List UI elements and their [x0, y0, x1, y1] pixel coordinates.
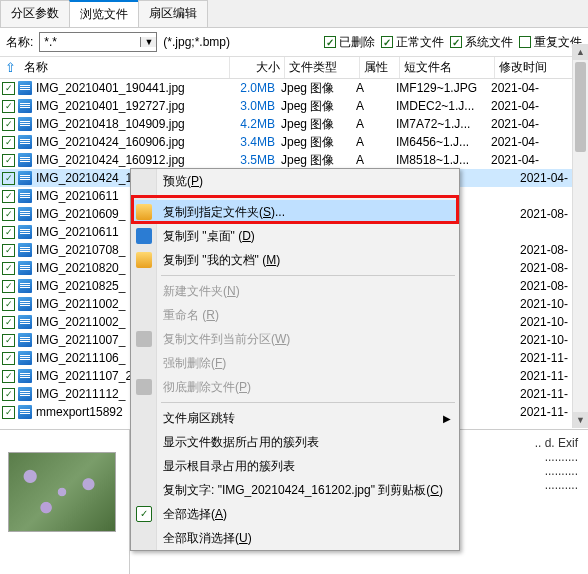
- file-size: 3.0MB: [226, 99, 281, 113]
- row-checkbox[interactable]: ✓: [2, 262, 15, 275]
- file-name: IMG_20210401_190441.jpg: [36, 81, 226, 95]
- row-checkbox[interactable]: ✓: [2, 118, 15, 131]
- col-short[interactable]: 短文件名: [400, 57, 495, 78]
- row-checkbox[interactable]: ✓: [2, 244, 15, 257]
- scrollbar-thumb[interactable]: [575, 62, 586, 152]
- ctx-deselect-all[interactable]: 全部取消选择(U): [131, 526, 459, 550]
- file-size: 2.0MB: [226, 81, 281, 95]
- ctx-force-delete: 强制删除(F): [131, 351, 459, 375]
- row-checkbox[interactable]: ✓: [2, 208, 15, 221]
- file-attr: A: [356, 135, 396, 149]
- image-file-icon: [18, 351, 32, 365]
- tab-bar: 分区参数 浏览文件 扇区编辑: [0, 0, 588, 28]
- row-checkbox[interactable]: ✓: [2, 352, 15, 365]
- ctx-copy-desktop[interactable]: 复制到 "桌面" (D): [131, 224, 459, 248]
- ctx-sector-jump[interactable]: 文件扇区跳转▶: [131, 406, 459, 430]
- file-size: 3.5MB: [226, 153, 281, 167]
- image-file-icon: [18, 189, 32, 203]
- row-checkbox[interactable]: ✓: [2, 370, 15, 383]
- image-file-icon: [18, 333, 32, 347]
- col-type[interactable]: 文件类型: [285, 57, 360, 78]
- table-row[interactable]: ✓IMG_20210401_190441.jpg2.0MBJpeg 图像AIMF…: [0, 79, 588, 97]
- scroll-up-icon[interactable]: ▲: [573, 44, 588, 60]
- tab-sector-edit[interactable]: 扇区编辑: [138, 0, 208, 27]
- image-file-icon: [18, 207, 32, 221]
- file-name: IMG_20210424_160906.jpg: [36, 135, 226, 149]
- table-row[interactable]: ✓IMG_20210418_104909.jpg4.2MBJpeg 图像AIM7…: [0, 115, 588, 133]
- file-shortname: IMF129~1.JPG: [396, 81, 491, 95]
- check-icon: ✓: [136, 506, 152, 522]
- image-file-icon: [18, 315, 32, 329]
- file-type: Jpeg 图像: [281, 80, 356, 97]
- ctx-copy-text[interactable]: 复制文字: "IMG_20210424_161202.jpg" 到剪贴板(C): [131, 478, 459, 502]
- file-shortname: IM6456~1.J...: [396, 135, 491, 149]
- file-size: 4.2MB: [226, 117, 281, 131]
- row-checkbox[interactable]: ✓: [2, 226, 15, 239]
- chevron-down-icon[interactable]: ▼: [140, 37, 156, 47]
- ctx-rename: 重命名 (R): [131, 303, 459, 327]
- context-menu: 预览(P) 复制到指定文件夹(S)... 复制到 "桌面" (D) 复制到 "我…: [130, 168, 460, 551]
- row-checkbox[interactable]: ✓: [2, 334, 15, 347]
- name-filter-input[interactable]: [40, 35, 140, 49]
- image-file-icon: [18, 279, 32, 293]
- thumbnail-image: [8, 452, 116, 532]
- row-checkbox[interactable]: ✓: [2, 100, 15, 113]
- chk-deleted[interactable]: ✓已删除: [324, 34, 375, 51]
- col-size[interactable]: 大小: [230, 57, 285, 78]
- file-shortname: IM7A72~1.J...: [396, 117, 491, 131]
- ctx-copy-docs[interactable]: 复制到 "我的文档" (M): [131, 248, 459, 272]
- image-file-icon: [18, 261, 32, 275]
- table-row[interactable]: ✓IMG_20210424_160912.jpg3.5MBJpeg 图像AIM8…: [0, 151, 588, 169]
- image-file-icon: [18, 387, 32, 401]
- name-label: 名称:: [6, 34, 33, 51]
- file-type: Jpeg 图像: [281, 116, 356, 133]
- col-name[interactable]: 名称: [20, 57, 230, 78]
- file-shortname: IMDEC2~1.J...: [396, 99, 491, 113]
- image-file-icon: [18, 225, 32, 239]
- name-filter-combo[interactable]: ▼: [39, 32, 157, 52]
- documents-icon: [136, 252, 152, 268]
- ctx-copy-to-folder[interactable]: 复制到指定文件夹(S)...: [131, 200, 459, 224]
- row-checkbox[interactable]: ✓: [2, 136, 15, 149]
- trash-icon: [136, 379, 152, 395]
- row-checkbox[interactable]: ✓: [2, 388, 15, 401]
- row-checkbox[interactable]: ✓: [2, 190, 15, 203]
- tab-partition-params[interactable]: 分区参数: [0, 0, 70, 27]
- desktop-icon: [136, 228, 152, 244]
- tab-browse-files[interactable]: 浏览文件: [69, 0, 139, 27]
- image-file-icon: [18, 117, 32, 131]
- column-header: ⇧ 名称 大小 文件类型 属性 短文件名 修改时间: [0, 57, 588, 79]
- row-checkbox[interactable]: ✓: [2, 154, 15, 167]
- copy-icon: [136, 331, 152, 347]
- row-checkbox[interactable]: ✓: [2, 298, 15, 311]
- image-file-icon: [18, 153, 32, 167]
- chk-normal[interactable]: ✓正常文件: [381, 34, 444, 51]
- ctx-select-all[interactable]: ✓全部选择(A): [131, 502, 459, 526]
- ctx-copy-to-partition: 复制文件到当前分区(W): [131, 327, 459, 351]
- row-checkbox[interactable]: ✓: [2, 82, 15, 95]
- col-attr[interactable]: 属性: [360, 57, 400, 78]
- file-type: Jpeg 图像: [281, 134, 356, 151]
- table-row[interactable]: ✓IMG_20210424_160906.jpg3.4MBJpeg 图像AIM6…: [0, 133, 588, 151]
- filter-hint: (*.jpg;*.bmp): [163, 35, 230, 49]
- vertical-scrollbar[interactable]: ▲ ▼: [572, 44, 588, 428]
- table-row[interactable]: ✓IMG_20210401_192727.jpg3.0MBJpeg 图像AIMD…: [0, 97, 588, 115]
- image-file-icon: [18, 135, 32, 149]
- image-file-icon: [18, 171, 32, 185]
- file-type: Jpeg 图像: [281, 98, 356, 115]
- up-folder-icon[interactable]: ⇧: [0, 60, 20, 75]
- row-checkbox[interactable]: ✓: [2, 280, 15, 293]
- file-size: 3.4MB: [226, 135, 281, 149]
- row-checkbox[interactable]: ✓: [2, 172, 15, 185]
- row-checkbox[interactable]: ✓: [2, 406, 15, 419]
- image-file-icon: [18, 81, 32, 95]
- ctx-show-clusters[interactable]: 显示文件数据所占用的簇列表: [131, 430, 459, 454]
- chk-system[interactable]: ✓系统文件: [450, 34, 513, 51]
- row-checkbox[interactable]: ✓: [2, 316, 15, 329]
- file-shortname: IM8518~1.J...: [396, 153, 491, 167]
- ctx-preview[interactable]: 预览(P): [131, 169, 459, 193]
- image-file-icon: [18, 99, 32, 113]
- file-name: IMG_20210424_160912.jpg: [36, 153, 226, 167]
- ctx-show-root-clusters[interactable]: 显示根目录占用的簇列表: [131, 454, 459, 478]
- scroll-down-icon[interactable]: ▼: [573, 412, 588, 428]
